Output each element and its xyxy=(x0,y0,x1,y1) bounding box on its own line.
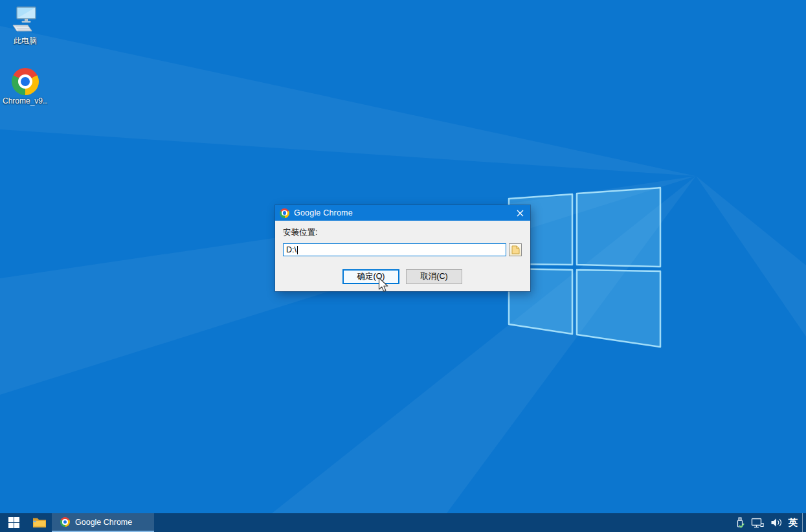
language-indicator-button[interactable]: 英 xyxy=(789,518,798,528)
dialog-close-button[interactable] xyxy=(509,205,530,221)
start-button[interactable] xyxy=(0,513,27,532)
screen: 此电脑 Chrome_v9... Google Chrome 安装位置: D:\ xyxy=(0,0,806,532)
language-indicator-label: 英 xyxy=(789,518,798,528)
taskbar: Google Chrome xyxy=(0,513,806,532)
desktop-icon-chrome-installer[interactable]: Chrome_v9... xyxy=(3,65,48,105)
system-tray: 英 xyxy=(735,513,803,532)
speaker-icon xyxy=(770,518,783,527)
logo-pane-bottom-right xyxy=(577,270,660,347)
browse-button[interactable] xyxy=(509,243,522,256)
taskbar-empty-area xyxy=(154,513,735,532)
install-path-value: D:\ xyxy=(286,245,297,254)
safely-remove-hardware-button[interactable] xyxy=(735,516,745,529)
folder-icon xyxy=(511,245,520,254)
windows-logo-icon xyxy=(8,517,19,528)
taskbar-item-label: Google Chrome xyxy=(75,518,132,527)
cancel-button-label: 取消(C) xyxy=(420,271,447,282)
chrome-installer-icon xyxy=(3,65,48,95)
dialog-title: Google Chrome xyxy=(294,208,353,217)
this-pc-label: 此电脑 xyxy=(3,37,48,45)
install-location-dialog: Google Chrome 安装位置: D:\ 确定(O) xyxy=(275,205,530,291)
desktop-icon-this-pc[interactable]: 此电脑 xyxy=(3,5,48,45)
this-pc-icon xyxy=(3,5,48,35)
chrome-installer-label: Chrome_v9... xyxy=(3,97,48,105)
network-status-button[interactable] xyxy=(751,518,765,528)
file-explorer-icon xyxy=(32,517,47,528)
dialog-titlebar[interactable]: Google Chrome xyxy=(275,205,530,221)
usb-device-icon xyxy=(735,516,745,529)
network-icon xyxy=(751,518,765,528)
logo-pane-top-right xyxy=(577,188,660,267)
show-desktop-button[interactable] xyxy=(802,513,806,532)
ok-button-label: 确定(O) xyxy=(357,271,385,282)
volume-button[interactable] xyxy=(770,518,783,527)
desktop-wallpaper[interactable]: 此电脑 Chrome_v9... Google Chrome 安装位置: D:\ xyxy=(0,0,806,513)
install-location-label: 安装位置: xyxy=(283,227,317,238)
taskbar-item-google-chrome[interactable]: Google Chrome xyxy=(52,513,154,532)
close-icon xyxy=(517,210,524,217)
install-path-input[interactable]: D:\ xyxy=(283,243,506,256)
chrome-icon xyxy=(280,208,289,218)
ok-button[interactable]: 确定(O) xyxy=(342,269,399,284)
text-caret xyxy=(297,246,298,254)
chrome-icon xyxy=(60,517,70,527)
cancel-button[interactable]: 取消(C) xyxy=(406,269,462,284)
file-explorer-button[interactable] xyxy=(27,513,52,532)
